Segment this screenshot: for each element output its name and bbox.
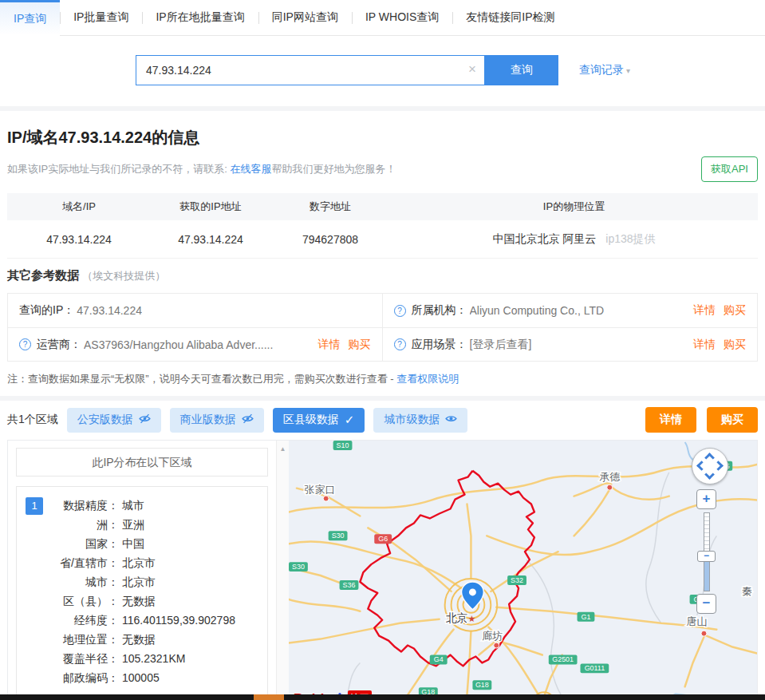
row-country: 国家：中国 [22,534,262,553]
buy-link[interactable]: 购买 [349,338,371,352]
search-row: × 查询 查询记录▾ [0,36,765,106]
ref-value: [登录后查看] [470,338,532,352]
tab-label: IP查询 [14,12,46,26]
online-service-link[interactable]: 在线客服 [231,163,272,175]
row-value: 亚洲 [122,515,144,534]
location-pin-icon [462,582,484,610]
pan-left-icon[interactable] [696,461,707,471]
panel-scrollbar[interactable]: ▲ ▼ [276,441,289,700]
header-fetched-ip: 获取的IP地址 [151,200,270,214]
region-count: 共1个区域 [7,413,58,427]
road-badge: S30 [292,563,305,571]
detail-link[interactable]: 详情 [693,338,716,352]
pill-label: 公安版数据 [77,413,133,427]
ref-cell-carrier: ? 运营商： AS37963/Hangzhou Alibaba Adver...… [8,327,383,361]
tab-friend-link-same-ip-check[interactable]: 友情链接同IP检测 [452,0,568,35]
scroll-up-icon[interactable]: ▲ [277,445,289,453]
top-tab-bar: IP查询 IP批量查询 IP所在地批量查询 同IP网站查询 IP WHOIS查询… [0,0,765,36]
ref-value: Aliyun Computing Co., LTD [470,304,605,317]
pan-down-icon[interactable] [704,469,715,480]
tab-label: 友情链接同IP检测 [466,10,554,25]
pill-city-data[interactable]: 城市级数据 [373,408,467,433]
road-badge: G4 [434,655,444,663]
region-content: 此IP分布在以下区域 1 数据精度：城市 洲：亚洲 国家：中国 省/直辖市：北京… [7,440,758,700]
row-value: 北京市 [122,572,156,591]
label-beijing: 北京 [446,611,468,624]
map-pan-control[interactable] [692,448,728,484]
row-label: 地理位置： [22,630,119,649]
footer-strip [0,694,765,700]
buy-link[interactable]: 购买 [724,338,746,352]
zoom-slider-fill [704,557,710,591]
row-radius: 覆盖半径：105.2321KM [22,649,262,668]
tab-label: IP WHOIS查询 [365,10,439,25]
notice-prefix: 如果该IP实际地址与我们所记录的不符，请联系: [7,163,231,175]
list-item[interactable]: 1 数据精度：城市 洲：亚洲 国家：中国 省/直辖市：北京市 城市：北京市 区（… [16,486,268,700]
row-label: 邮政编码： [22,668,119,687]
road-badge: G6 [378,535,388,543]
query-button[interactable]: 查询 [485,55,558,85]
tab-ip-whois-query[interactable]: IP WHOIS查询 [352,0,452,35]
buy-link[interactable]: 购买 [724,303,746,318]
row-value: 无数据 [122,591,156,611]
row-geo: 地理位置：无数据 [22,630,262,649]
zoom-slider-handle[interactable]: − [697,551,716,562]
baidu-map[interactable]: S10 G25 S30 G6 S30 S36 S32 G1 G4 G2501 G… [289,441,757,700]
row-value: 北京市 [122,553,156,572]
row-value: 无数据 [122,630,156,649]
reference-title-text: 其它参考数据 [7,268,79,282]
label-zhangjiakou: 张家口 [305,484,336,496]
tab-ip-location-batch-query[interactable]: IP所在地批量查询 [142,0,258,35]
road-badge: S10 [337,441,349,449]
beijing-star-icon: ★ [467,614,475,623]
pill-commercial-data[interactable]: 商业版数据 [170,408,264,433]
help-icon[interactable]: ? [394,338,406,350]
index-badge: 1 [26,497,43,515]
cell-fetched-ip: 47.93.14.224 [151,233,270,246]
row-precision: 数据精度：城市 [22,496,262,515]
row-district: 区（县）：无数据 [22,591,262,611]
pill-label: 区县级数据 [283,413,339,427]
ref-label: 应用场景： [412,338,467,352]
zoom-out-button[interactable]: − [696,594,716,614]
detail-link[interactable]: 详情 [318,338,341,352]
zoom-in-button[interactable]: + [696,489,716,509]
pill-police-data[interactable]: 公安版数据 [67,408,161,433]
pan-up-icon[interactable] [704,453,715,463]
header-numeric-address: 数字地址 [270,200,390,214]
get-api-button[interactable]: 获取API [701,156,758,182]
eye-off-icon [242,413,254,427]
panel-header: 此IP分布在以下区域 [16,448,268,477]
region-list-panel: 此IP分布在以下区域 1 数据精度：城市 洲：亚洲 国家：中国 省/直辖市：北京… [8,441,289,700]
row-label: 覆盖半径： [22,649,119,668]
map-canvas: S10 G25 S30 G6 S30 S36 S32 G1 G4 G2501 G… [289,441,757,700]
buy-button[interactable]: 购买 [707,407,758,433]
result-table-header: 域名/IP 获取的IP地址 数字地址 IP的物理位置 [7,193,758,220]
eye-off-icon [139,413,151,427]
help-icon[interactable]: ? [394,305,406,317]
tab-ip-query[interactable]: IP查询 [0,0,60,35]
road-badge: G2501 [552,655,574,663]
row-label: 经纬度： [22,611,119,630]
tab-label: 同IP网站查询 [272,10,338,25]
help-icon[interactable]: ? [19,338,31,350]
eye-icon [445,413,457,427]
pan-right-icon[interactable] [713,461,724,471]
tab-ip-batch-query[interactable]: IP批量查询 [60,0,142,35]
clear-input-icon[interactable]: × [468,61,476,77]
detail-button[interactable]: 详情 [645,407,696,433]
permission-help-link[interactable]: 查看权限说明 [396,373,459,385]
pill-label: 商业版数据 [180,413,236,427]
row-zipcode: 邮政编码：100005 [22,668,262,687]
toolbar-right: 详情 购买 [645,407,758,433]
query-history-link[interactable]: 查询记录▾ [579,63,630,77]
road-badge: G18 [475,681,489,689]
ref-cell-organization: ? 所属机构： Aliyun Computing Co., LTD 详情购买 [383,294,758,327]
detail-link[interactable]: 详情 [693,303,716,318]
notice-suffix: 帮助我们更好地为您服务！ [272,163,396,175]
search-input[interactable] [136,55,485,85]
tab-same-ip-site-query[interactable]: 同IP网站查询 [258,0,352,35]
row-value: 100005 [122,668,160,687]
pill-district-data[interactable]: 区县级数据 ✓ [273,408,365,433]
row-value: 116.401159,39.902798 [122,611,235,630]
